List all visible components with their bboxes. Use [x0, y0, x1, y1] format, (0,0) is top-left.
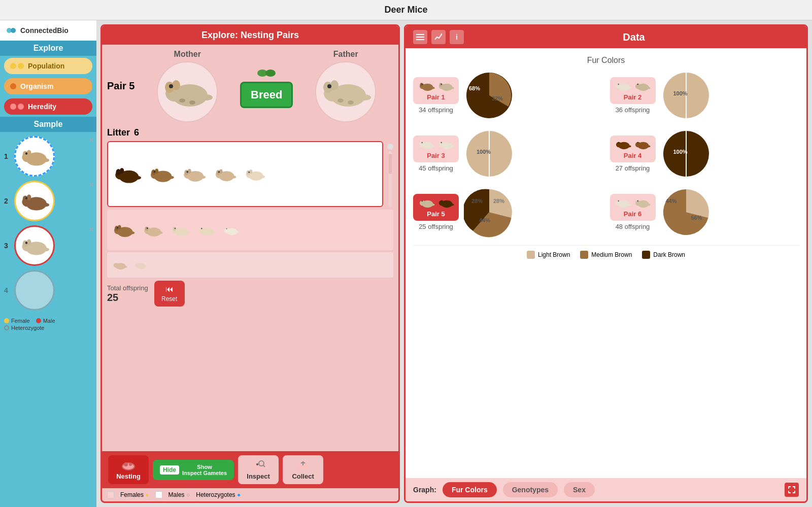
fur-colors-graph-button[interactable]: Fur Colors	[443, 482, 497, 497]
pair-mice-group-6	[614, 197, 651, 208]
heredity-button[interactable]: Heredity	[4, 98, 92, 115]
sample-circle-3[interactable]	[14, 225, 55, 266]
svg-point-5	[27, 150, 31, 156]
inspect-gametes-text-group: Show Inspect Gametes	[182, 464, 227, 476]
hide-label: Hide	[160, 465, 179, 475]
svg-point-6	[25, 152, 27, 154]
svg-point-157	[441, 200, 442, 201]
males-legend-label: Males ○	[168, 491, 190, 498]
breed-button[interactable]: Breed	[240, 82, 293, 108]
header-icons: i	[413, 30, 464, 44]
inspect-button[interactable]: Inspect	[238, 455, 279, 484]
svg-point-128	[647, 87, 651, 89]
sidebar: ConnectedBio Explore Population Organism…	[0, 20, 96, 507]
svg-point-19	[42, 248, 50, 251]
sex-btn-label: Sex	[573, 486, 586, 494]
sample-number-2: 2	[4, 197, 14, 205]
scroll-track	[389, 151, 392, 207]
svg-point-23	[172, 80, 180, 90]
dot-yellow-2	[18, 63, 24, 69]
svg-point-124	[627, 87, 631, 89]
svg-point-98	[124, 462, 128, 466]
pair-thumb-5[interactable]: Pair 5	[413, 194, 459, 221]
svg-rect-106	[416, 34, 424, 35]
svg-point-48	[154, 171, 156, 173]
sample-legend: Female Male Heterozygote	[0, 315, 96, 334]
pair-label: Pair 5	[107, 80, 134, 92]
svg-point-158	[450, 204, 454, 206]
sample-item-1[interactable]: 1 ✕	[0, 134, 96, 179]
male-circle-legend: ○	[186, 491, 190, 498]
pair-thumb-3[interactable]: Pair 3	[413, 136, 459, 162]
pair-thumb-2[interactable]: Pair 2	[610, 77, 656, 104]
female-label: Female	[11, 318, 30, 324]
scroll-circle	[387, 144, 393, 150]
scrollbar[interactable]	[387, 141, 393, 207]
pair-col-4: Pair 4 27 offspring	[610, 136, 656, 172]
pair5-mouse1	[418, 197, 435, 208]
svg-point-72	[117, 227, 118, 228]
main-content: Explore: Nesting Pairs Pair 5 Mother	[96, 20, 812, 507]
fade-mouse-1	[112, 260, 127, 270]
population-button[interactable]: Population	[4, 58, 92, 74]
reset-label: Reset	[161, 295, 177, 302]
svg-point-35	[359, 94, 371, 100]
collect-button[interactable]: Collect	[283, 455, 323, 484]
menu-icon[interactable]	[413, 30, 427, 44]
sample-item-3[interactable]: 3 ✕	[0, 223, 96, 268]
svg-point-67	[260, 176, 265, 178]
legend-item-medium: Medium Brown	[580, 251, 632, 259]
pct-28b: 28%	[493, 198, 504, 204]
pair-thumb-4[interactable]: Pair 4	[610, 136, 656, 162]
hetero-dot-legend: ●	[237, 491, 241, 498]
svg-point-77	[147, 227, 148, 229]
genotypes-graph-button[interactable]: Genotypes	[503, 482, 558, 497]
pair-mice-group-3	[418, 139, 455, 150]
females-swatch	[107, 491, 114, 498]
chart-icon[interactable]	[431, 30, 446, 44]
pie-chart-5	[464, 187, 515, 238]
expand-button[interactable]	[785, 483, 799, 497]
sample-circle-2[interactable]	[14, 181, 55, 221]
sex-graph-button[interactable]: Sex	[564, 482, 595, 497]
sample-circle-4[interactable]	[14, 270, 55, 311]
pair-row: Pair 5 Mother	[107, 50, 393, 122]
pair-thumb-1[interactable]: Pair 1	[413, 77, 459, 104]
svg-point-18	[25, 242, 27, 244]
svg-point-42	[118, 171, 120, 173]
breed-area: Breed	[240, 64, 293, 108]
svg-point-138	[450, 145, 454, 147]
svg-point-148	[647, 145, 651, 147]
sample-item-4[interactable]: 4	[0, 268, 96, 313]
pie-chart-6	[661, 187, 712, 238]
sample-item-2[interactable]: 2 ✕	[0, 179, 96, 223]
organism-button[interactable]: Organism	[4, 78, 92, 94]
left-panel-title: Explore: Nesting Pairs	[201, 30, 299, 40]
reset-icon: ⏮	[165, 285, 174, 294]
offspring-mouse-1	[113, 164, 141, 184]
pair-thumb-6[interactable]: Pair 6	[610, 194, 656, 221]
more-mouse-3	[171, 224, 190, 236]
sample-close-2[interactable]: ✕	[89, 181, 94, 188]
pct-56-p6: 56%	[691, 215, 702, 221]
reset-button[interactable]: ⏮ Reset	[154, 281, 185, 307]
pair-data-3: Pair 3 45 offspring 100%	[413, 128, 602, 179]
svg-point-144	[627, 145, 631, 147]
nesting-button[interactable]: Nesting	[108, 455, 149, 484]
inspect-gametes-button[interactable]: Hide Show Inspect Gametes	[153, 460, 234, 480]
heterozygotes-legend-label: Heterozygotes ●	[196, 491, 241, 498]
sample-close-3[interactable]: ✕	[89, 226, 94, 233]
data-header: i Data	[405, 26, 806, 48]
pair4-label: Pair 4	[624, 152, 641, 159]
pie-col-1: 68% 32%	[464, 70, 515, 121]
mother-col: Mother	[140, 50, 235, 122]
sample-close-1[interactable]: ✕	[89, 137, 94, 144]
svg-point-87	[211, 231, 215, 233]
inspect-icon	[251, 459, 265, 470]
pair-col-1: Pair 1 34 offspring	[413, 77, 459, 114]
pair6-mouse1	[614, 197, 632, 208]
info-icon[interactable]: i	[450, 30, 464, 44]
svg-point-91	[235, 231, 239, 233]
heredity-dot-2	[18, 104, 24, 110]
sample-circle-1[interactable]	[14, 136, 55, 177]
